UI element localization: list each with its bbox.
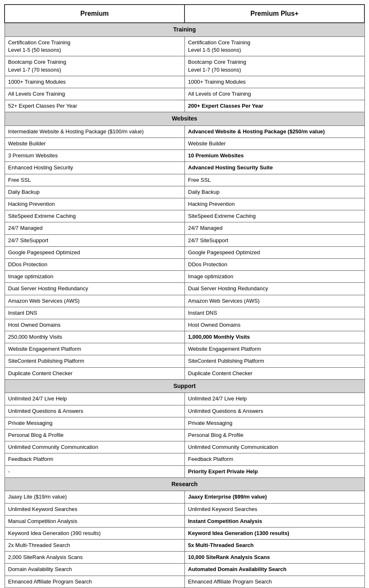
cell-premium-plus: Unlimited Community Communication: [184, 441, 364, 453]
table-row: All Levels Core TrainingAll Levels of Co…: [5, 88, 364, 100]
cell-premium: Domain Availability Search: [5, 564, 184, 576]
cell-premium: Jaaxy Lite ($19/m value): [5, 491, 184, 503]
cell-premium-plus: 1000+ Training Modules: [184, 76, 364, 88]
cell-premium: 24/7 SiteSupport: [5, 234, 184, 246]
cell-premium-plus: Google Pagespeed Optimized: [184, 246, 364, 258]
cell-premium: 52+ Expert Classes Per Year: [5, 100, 184, 112]
table-row: Daily BackupDaily Backup: [5, 186, 364, 198]
section-title: Websites: [5, 112, 364, 126]
table-row: 24/7 Managed24/7 Managed: [5, 222, 364, 234]
cell-premium: Enhanced Hosting Security: [5, 162, 184, 174]
table-row: 250,000 Monthly Visits1,000,000 Monthly …: [5, 331, 364, 343]
cell-premium-plus: 1,000,000 Monthly Visits: [184, 331, 364, 343]
cell-premium-plus: Image optimization: [184, 271, 364, 283]
table-row: Instant DNSInstant DNS: [5, 307, 364, 319]
cell-premium-plus: Priority Expert Private Help: [184, 465, 364, 477]
cell-premium-plus: Duplicate Content Checker: [184, 367, 364, 379]
table-row: Intermediate Website & Hosting Package (…: [5, 125, 364, 137]
cell-premium: DDos Protection: [5, 258, 184, 270]
cell-premium: Unlimited Keyword Searches: [5, 503, 184, 515]
table-row: 24/7 SiteSupport24/7 SiteSupport: [5, 234, 364, 246]
cell-premium: Free SSL: [5, 174, 184, 186]
cell-premium-plus: Feedback Platform: [184, 453, 364, 465]
cell-premium: UnlImited 24/7 Live Help: [5, 393, 184, 405]
table-row: Image optimizationImage optimization: [5, 271, 364, 283]
section-title: Training: [5, 23, 364, 36]
cell-premium: Bootcamp Core TrainingLevel 1-7 (70 less…: [5, 56, 184, 76]
header-premium-plus: Premium Plus+: [184, 5, 364, 23]
table-row: 3 Premium Websites10 Premium Websites: [5, 150, 364, 162]
cell-premium: 24/7 Managed: [5, 222, 184, 234]
table-row: Free SSLFree SSL: [5, 174, 364, 186]
cell-premium: 1000+ Training Modules: [5, 76, 184, 88]
table-row: Feedback PlatformFeedback Platform: [5, 453, 364, 465]
table-row: Domain Availability SearchAutomated Doma…: [5, 564, 364, 576]
table-row: Enhanced Hosting SecurityAdvanced Hostin…: [5, 162, 364, 174]
cell-premium: Feedback Platform: [5, 453, 184, 465]
cell-premium-plus: 5x Multi-Threaded Search: [184, 540, 364, 552]
cell-premium-plus: Private Messaging: [184, 417, 364, 429]
cell-premium: Private Messaging: [5, 417, 184, 429]
cell-premium-plus: Advanced Website & Hosting Package ($250…: [184, 125, 364, 137]
cell-premium-plus: Personal Blog & Profile: [184, 429, 364, 441]
table-row: 1000+ Training Modules1000+ Training Mod…: [5, 76, 364, 88]
cell-premium-plus: 200+ Expert Classes Per Year: [184, 100, 364, 112]
table-row: Unlimited Community CommunicationUnlimit…: [5, 441, 364, 453]
cell-premium: 250,000 Monthly Visits: [5, 331, 184, 343]
table-row: Manual Competition AnalysisInstant Compe…: [5, 515, 364, 527]
table-row: Jaaxy Lite ($19/m value)Jaaxy Enterprise…: [5, 491, 364, 503]
cell-premium-plus: 10,000 SiteRank Analysis Scans: [184, 552, 364, 564]
cell-premium: 2x Multi-Threaded Search: [5, 540, 184, 552]
table-row: DDos ProtectionDDos Protection: [5, 258, 364, 270]
cell-premium-plus: Certification Core TrainingLevel 1-5 (50…: [184, 36, 364, 56]
cell-premium-plus: Hacking Prevention: [184, 198, 364, 210]
cell-premium: Unlimited Questions & Answers: [5, 405, 184, 417]
cell-premium: Unlimited Community Communication: [5, 441, 184, 453]
cell-premium: SiteContent Publishing Platform: [5, 355, 184, 367]
cell-premium-plus: Bootcamp Core TrainingLevel 1-7 (70 less…: [184, 56, 364, 76]
table-row: Website BuilderWebsite Builder: [5, 138, 364, 150]
table-row: -Priority Expert Private Help: [5, 465, 364, 477]
cell-premium: Website Builder: [5, 138, 184, 150]
cell-premium-plus: Advanced Hosting Security Suite: [184, 162, 364, 174]
section-title: Support: [5, 379, 364, 393]
cell-premium: Instant DNS: [5, 307, 184, 319]
cell-premium-plus: DDos Protection: [184, 258, 364, 270]
table-row: SiteContent Publishing PlatformSiteConte…: [5, 355, 364, 367]
section-header-support: Support: [5, 379, 364, 393]
table-row: 52+ Expert Classes Per Year200+ Expert C…: [5, 100, 364, 112]
cell-premium: Intermediate Website & Hosting Package (…: [5, 125, 184, 137]
comparison-table: Premium Premium Plus+ TrainingCertificat…: [4, 4, 365, 588]
cell-premium-plus: All Levels of Core Training: [184, 88, 364, 100]
cell-premium: Keyword Idea Generation (390 results): [5, 527, 184, 539]
cell-premium-plus: Instant DNS: [184, 307, 364, 319]
cell-premium-plus: UnlImited 24/7 Live Help: [184, 393, 364, 405]
cell-premium-plus: Ehnanced Affiliate Program Search: [184, 576, 364, 588]
cell-premium-plus: Automated Domain Availability Search: [184, 564, 364, 576]
cell-premium: Google Pagespeed Optimized: [5, 246, 184, 258]
cell-premium-plus: Daily Backup: [184, 186, 364, 198]
table-row: Duplicate Content CheckerDuplicate Conte…: [5, 367, 364, 379]
table-row: 2,000 SiteRank Analysis Scans10,000 Site…: [5, 552, 364, 564]
header-premium: Premium: [5, 5, 184, 23]
cell-premium-plus: Host Owned Domains: [184, 319, 364, 331]
table-row: Google Pagespeed OptimizedGoogle Pagespe…: [5, 246, 364, 258]
section-header-websites: Websites: [5, 112, 364, 126]
cell-premium-plus: Website Engagement Platform: [184, 343, 364, 355]
cell-premium-plus: Amazon Web Services (AWS): [184, 295, 364, 307]
table-row: Certification Core TrainingLevel 1-5 (50…: [5, 36, 364, 56]
cell-premium: Host Owned Domains: [5, 319, 184, 331]
cell-premium-plus: Instant Competition Analysis: [184, 515, 364, 527]
cell-premium: 3 Premium Websites: [5, 150, 184, 162]
section-header-training: Training: [5, 23, 364, 36]
cell-premium: Ehnanced Affiliate Program Search: [5, 576, 184, 588]
cell-premium-plus: SiteContent Publishing Platform: [184, 355, 364, 367]
cell-premium-plus: Dual Server Hosting Redundancy: [184, 283, 364, 295]
table-row: Private MessagingPrivate Messaging: [5, 417, 364, 429]
table-row: Personal Blog & ProfilePersonal Blog & P…: [5, 429, 364, 441]
cell-premium: Duplicate Content Checker: [5, 367, 184, 379]
table-row: Amazon Web Services (AWS)Amazon Web Serv…: [5, 295, 364, 307]
cell-premium-plus: 24/7 Managed: [184, 222, 364, 234]
cell-premium: Image optimization: [5, 271, 184, 283]
cell-premium: Certification Core TrainingLevel 1-5 (50…: [5, 36, 184, 56]
